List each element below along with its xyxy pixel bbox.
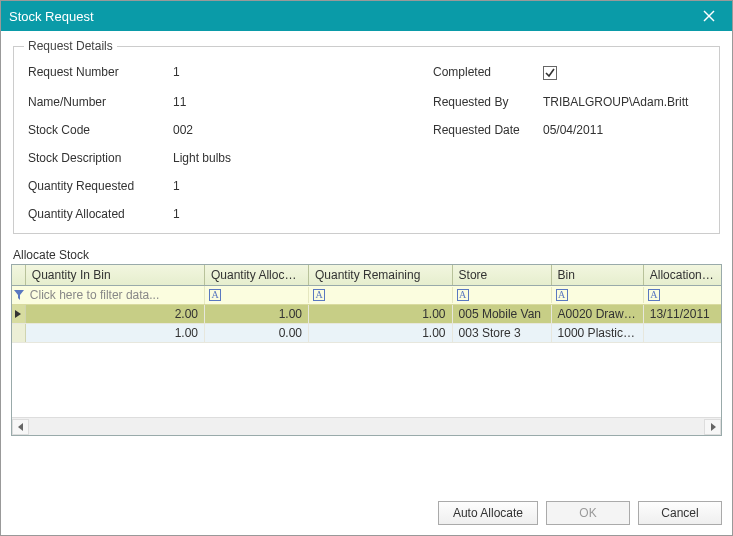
- cell-qty-allocated[interactable]: 0.00: [205, 324, 309, 342]
- label-requested-by: Requested By: [433, 95, 543, 109]
- col-header-store[interactable]: Store: [453, 265, 552, 285]
- table-row[interactable]: 2.00 1.00 1.00 005 Mobile Van A0020 Draw…: [12, 305, 721, 324]
- label-requested-date: Requested Date: [433, 123, 543, 137]
- label-qty-allocated: Quantity Allocated: [28, 207, 173, 221]
- allocate-stock-label: Allocate Stock: [11, 248, 722, 262]
- col-header-bin[interactable]: Bin: [552, 265, 644, 285]
- svg-marker-2: [14, 290, 24, 300]
- value-qty-requested: 1: [173, 179, 433, 193]
- label-completed: Completed: [433, 65, 543, 81]
- label-stock-description: Stock Description: [28, 151, 173, 165]
- cell-qty-in-bin: 1.00: [26, 324, 205, 342]
- svg-marker-3: [15, 310, 21, 318]
- ok-button: OK: [546, 501, 630, 525]
- allocate-grid: Quantity In Bin Quantity Allocated Quant…: [11, 264, 722, 436]
- request-details-legend: Request Details: [24, 39, 117, 53]
- window-title: Stock Request: [9, 9, 694, 24]
- value-completed: [543, 65, 709, 81]
- label-stock-code: Stock Code: [28, 123, 173, 137]
- completed-checkbox[interactable]: [543, 66, 557, 80]
- cell-qty-in-bin: 2.00: [26, 305, 205, 323]
- filter-hint[interactable]: Click here to filter data...: [30, 288, 159, 302]
- request-details-group: Request Details Request Number 1 Complet…: [13, 39, 720, 234]
- grid-header: Quantity In Bin Quantity Allocated Quant…: [12, 265, 721, 286]
- grid-filter-row[interactable]: Click here to filter data... A A A A A: [12, 286, 721, 305]
- col-header-allocation-date[interactable]: Allocation Date: [644, 265, 721, 285]
- value-name-number: 11: [173, 95, 433, 109]
- col-header-qty-allocated[interactable]: Quantity Allocated: [205, 265, 309, 285]
- scroll-left-icon[interactable]: [12, 419, 29, 435]
- filter-mode-icon[interactable]: A: [457, 289, 469, 301]
- value-request-number: 1: [173, 65, 433, 81]
- filter-mode-icon[interactable]: A: [648, 289, 660, 301]
- label-request-number: Request Number: [28, 65, 173, 81]
- cell-qty-remaining: 1.00: [309, 305, 453, 323]
- grid-horizontal-scrollbar[interactable]: [12, 417, 721, 435]
- label-qty-requested: Quantity Requested: [28, 179, 173, 193]
- close-icon[interactable]: [694, 1, 724, 31]
- row-indicator-icon: [12, 324, 26, 342]
- cell-store: 005 Mobile Van: [453, 305, 552, 323]
- cell-bin: A0020 Draw A0...: [552, 305, 644, 323]
- auto-allocate-button[interactable]: Auto Allocate: [438, 501, 538, 525]
- cancel-button[interactable]: Cancel: [638, 501, 722, 525]
- svg-marker-5: [711, 423, 716, 431]
- value-requested-by: TRIBALGROUP\Adam.Britt: [543, 95, 709, 109]
- cell-bin: 1000 Plastic Tru...: [552, 324, 644, 342]
- scroll-track[interactable]: [30, 419, 703, 435]
- stock-request-window: Stock Request Request Details Request Nu…: [0, 0, 733, 536]
- cell-qty-remaining: 1.00: [309, 324, 453, 342]
- col-header-qty-remaining[interactable]: Quantity Remaining: [309, 265, 453, 285]
- cell-allocation-date: [644, 324, 721, 342]
- cell-allocation-date: 13/11/2011: [644, 305, 721, 323]
- filter-icon[interactable]: [12, 289, 26, 301]
- grid-empty-area: [12, 343, 721, 417]
- dialog-footer: Auto Allocate OK Cancel: [11, 489, 722, 525]
- table-row[interactable]: 1.00 0.00 1.00 003 Store 3 1000 Plastic …: [12, 324, 721, 343]
- row-indicator-icon: [12, 305, 26, 323]
- cell-store: 003 Store 3: [453, 324, 552, 342]
- filter-mode-icon[interactable]: A: [556, 289, 568, 301]
- client-area: Request Details Request Number 1 Complet…: [1, 31, 732, 535]
- value-stock-description: Light bulbs: [173, 151, 433, 165]
- cell-qty-allocated[interactable]: 1.00: [205, 305, 309, 323]
- label-name-number: Name/Number: [28, 95, 173, 109]
- col-header-qty-in-bin[interactable]: Quantity In Bin: [26, 265, 205, 285]
- value-stock-code: 002: [173, 123, 433, 137]
- svg-marker-4: [18, 423, 23, 431]
- value-qty-allocated: 1: [173, 207, 433, 221]
- value-requested-date: 05/04/2011: [543, 123, 709, 137]
- scroll-right-icon[interactable]: [704, 419, 721, 435]
- titlebar: Stock Request: [1, 1, 732, 31]
- filter-mode-icon[interactable]: A: [313, 289, 325, 301]
- filter-mode-icon[interactable]: A: [209, 289, 221, 301]
